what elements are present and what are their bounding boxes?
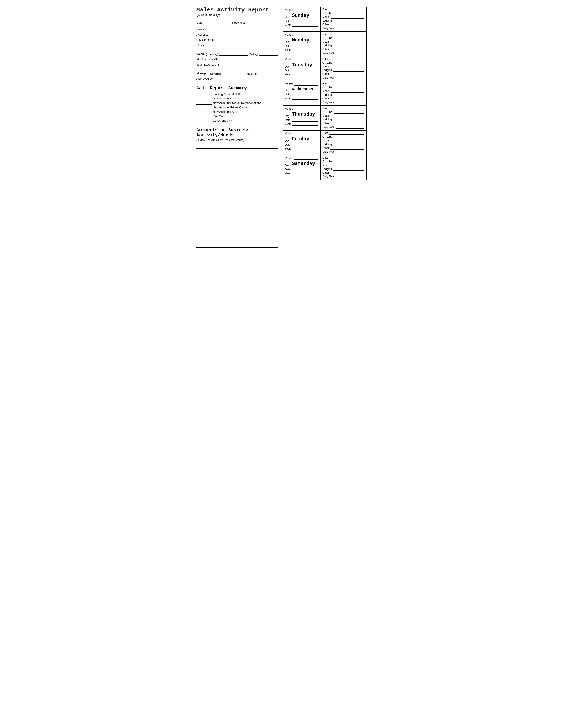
total-expenses-field[interactable] [221, 63, 278, 66]
mileage-begin-field[interactable] [222, 71, 246, 75]
wednesday-total-field[interactable] [336, 101, 364, 104]
wednesday-oil-field[interactable] [334, 86, 364, 89]
comment-line-10[interactable] [196, 207, 278, 212]
saturday-year-field[interactable] [292, 172, 319, 175]
thursday-total-field[interactable] [336, 126, 364, 129]
saturday-expenses: Gas: Oil/Lube: Meals: Lodging: Other: [321, 155, 366, 180]
thursday-gas-field[interactable] [329, 107, 364, 110]
friday-month-field[interactable] [294, 132, 319, 135]
address-field[interactable] [209, 33, 278, 36]
call-blank-1[interactable] [196, 97, 212, 100]
call-blank-2[interactable] [196, 101, 212, 105]
sunday-date-field[interactable] [292, 20, 319, 23]
date-field[interactable] [204, 21, 231, 24]
saturday-oil-field[interactable] [334, 160, 364, 163]
call-other-field[interactable] [232, 119, 278, 122]
monday-oil-field[interactable] [334, 36, 364, 39]
sunday-year-field[interactable] [292, 24, 319, 27]
saturday-lodging-field[interactable] [333, 167, 364, 171]
sunday-oil-field[interactable] [334, 12, 364, 15]
thursday-meals-field[interactable] [331, 114, 364, 117]
monday-lodging-field[interactable] [333, 44, 364, 47]
monday-total-field[interactable] [336, 51, 364, 54]
call-blank-5[interactable] [196, 114, 212, 118]
call-blank-0[interactable] [196, 92, 212, 96]
comment-line-1[interactable] [196, 144, 278, 149]
thursday-month-field[interactable] [294, 107, 319, 110]
wednesday-lodging-field[interactable] [333, 93, 364, 96]
comment-line-9[interactable] [196, 200, 278, 205]
friday-other-field[interactable] [330, 146, 364, 150]
monthly-goal-field[interactable] [218, 57, 278, 61]
sunday-month-field[interactable] [294, 8, 319, 11]
monday-month-field[interactable] [294, 33, 319, 36]
comment-line-4[interactable] [196, 165, 278, 170]
phone-field[interactable] [206, 43, 278, 47]
mileage-end-field[interactable] [257, 71, 278, 75]
friday-oil-field[interactable] [334, 135, 364, 138]
week-end-field[interactable] [259, 52, 278, 56]
friday-year-field[interactable] [292, 147, 319, 150]
saturday-meals-field[interactable] [331, 164, 364, 167]
comment-line-3[interactable] [196, 158, 278, 163]
call-blank-6[interactable] [196, 119, 212, 122]
sunday-other-field[interactable] [330, 23, 364, 26]
tuesday-lodging-field[interactable] [333, 69, 364, 72]
saturday-date-field[interactable] [292, 168, 319, 171]
sunday-total-field[interactable] [336, 27, 364, 30]
comment-line-6[interactable] [196, 179, 278, 184]
saturday-other-field[interactable] [330, 171, 364, 174]
saturday-gas-field[interactable] [329, 156, 364, 159]
comment-line-14[interactable] [196, 236, 278, 240]
friday-total-field[interactable] [336, 150, 364, 153]
wednesday-year-field[interactable] [292, 97, 319, 100]
received-field[interactable] [246, 21, 278, 24]
tuesday-total-field[interactable] [336, 76, 364, 79]
comment-line-5[interactable] [196, 172, 278, 177]
comment-line-2[interactable] [196, 151, 278, 156]
thursday-date-field[interactable] [292, 118, 319, 122]
wednesday-other-field[interactable] [330, 97, 364, 100]
tuesday-gas-field[interactable] [329, 57, 364, 60]
call-blank-4[interactable] [196, 110, 212, 113]
city-field[interactable] [215, 38, 278, 41]
tuesday-month-field[interactable] [294, 58, 319, 61]
sunday-lodging-field[interactable] [333, 19, 364, 22]
comment-line-15[interactable] [196, 243, 278, 248]
thursday-lodging-field[interactable] [333, 118, 364, 121]
comment-line-12[interactable] [196, 221, 278, 226]
monday-other-field[interactable] [330, 48, 364, 51]
monday-year-field[interactable] [292, 48, 319, 51]
approved-field[interactable] [214, 77, 278, 80]
sunday-gas-field[interactable] [329, 8, 364, 11]
monday-gas-field[interactable] [329, 33, 364, 36]
friday-meals-field[interactable] [331, 139, 364, 142]
monday-meals-field[interactable] [331, 40, 364, 43]
comment-line-7[interactable] [196, 186, 278, 191]
wednesday-month-field[interactable] [294, 83, 319, 86]
friday-date-field[interactable] [292, 143, 319, 146]
wednesday-meals-field[interactable] [331, 90, 364, 93]
saturday-month-field[interactable] [294, 157, 319, 160]
sunday-meals-field[interactable] [331, 15, 364, 19]
thursday-year-field[interactable] [292, 122, 319, 126]
name-field[interactable] [206, 27, 278, 31]
tuesday-date-field[interactable] [292, 69, 319, 72]
comment-line-8[interactable] [196, 193, 278, 198]
wednesday-date-field[interactable] [292, 93, 319, 96]
friday-lodging-field[interactable] [333, 143, 364, 146]
friday-gas-field[interactable] [329, 131, 364, 135]
comment-line-13[interactable] [196, 229, 278, 233]
comment-line-11[interactable] [196, 214, 278, 219]
tuesday-meals-field[interactable] [331, 65, 364, 68]
monday-date-field[interactable] [292, 44, 319, 47]
week-begin-field[interactable] [219, 52, 248, 56]
thursday-other-field[interactable] [330, 122, 364, 125]
tuesday-other-field[interactable] [330, 72, 364, 75]
tuesday-year-field[interactable] [292, 73, 319, 76]
thursday-oil-field[interactable] [334, 111, 364, 114]
call-blank-3[interactable] [196, 106, 212, 109]
wednesday-gas-field[interactable] [329, 82, 364, 85]
saturday-total-field[interactable] [336, 175, 364, 178]
tuesday-oil-field[interactable] [334, 61, 364, 64]
